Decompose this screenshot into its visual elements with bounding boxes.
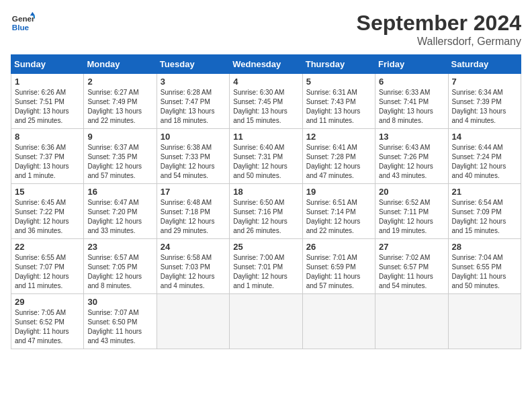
calendar-week-row: 29 Sunrise: 7:05 AM Sunset: 6:52 PM Dayl… [11, 294, 521, 349]
day-number: 19 [306, 187, 371, 197]
calendar-day-5: 5 Sunrise: 6:31 AM Sunset: 7:43 PM Dayli… [302, 74, 375, 129]
calendar-day-15: 15 Sunrise: 6:45 AM Sunset: 7:22 PM Dayl… [11, 184, 84, 239]
calendar-day-29: 29 Sunrise: 7:05 AM Sunset: 6:52 PM Dayl… [11, 294, 84, 349]
logo-icon: General Blue [11, 11, 35, 35]
calendar-empty-cell [448, 294, 521, 349]
day-info: Sunrise: 6:34 AM Sunset: 7:39 PM Dayligh… [452, 88, 517, 126]
day-info: Sunrise: 6:40 AM Sunset: 7:31 PM Dayligh… [233, 143, 298, 181]
day-number: 21 [452, 187, 517, 197]
day-number: 3 [161, 77, 226, 87]
day-info: Sunrise: 6:54 AM Sunset: 7:09 PM Dayligh… [452, 198, 517, 236]
calendar-empty-cell [302, 294, 375, 349]
calendar-empty-cell [375, 294, 448, 349]
day-number: 6 [379, 77, 444, 87]
day-number: 16 [87, 187, 152, 197]
calendar-week-row: 1 Sunrise: 6:26 AM Sunset: 7:51 PM Dayli… [11, 74, 521, 129]
day-number: 5 [306, 77, 371, 87]
day-info: Sunrise: 6:45 AM Sunset: 7:22 PM Dayligh… [15, 198, 80, 236]
day-number: 18 [233, 187, 298, 197]
day-number: 10 [161, 132, 226, 142]
day-info: Sunrise: 6:51 AM Sunset: 7:14 PM Dayligh… [306, 198, 371, 236]
calendar-header-row: Sunday Monday Tuesday Wednesday Thursday… [11, 55, 521, 74]
day-number: 4 [233, 77, 298, 87]
day-info: Sunrise: 6:28 AM Sunset: 7:47 PM Dayligh… [161, 88, 226, 126]
day-number: 11 [233, 132, 298, 142]
day-number: 29 [15, 297, 80, 307]
day-info: Sunrise: 6:57 AM Sunset: 7:05 PM Dayligh… [87, 253, 152, 291]
calendar-day-27: 27 Sunrise: 7:02 AM Sunset: 6:57 PM Dayl… [375, 239, 448, 294]
day-number: 12 [306, 132, 371, 142]
day-number: 28 [452, 242, 517, 252]
col-saturday: Saturday [448, 55, 521, 74]
day-info: Sunrise: 6:33 AM Sunset: 7:41 PM Dayligh… [379, 88, 444, 126]
day-info: Sunrise: 7:00 AM Sunset: 7:01 PM Dayligh… [233, 253, 298, 291]
day-info: Sunrise: 6:44 AM Sunset: 7:24 PM Dayligh… [452, 143, 517, 181]
day-number: 24 [161, 242, 226, 252]
calendar-day-20: 20 Sunrise: 6:52 AM Sunset: 7:11 PM Dayl… [375, 184, 448, 239]
title-area: September 2024 Wallersdorf, Germany [357, 11, 521, 48]
day-number: 23 [87, 242, 152, 252]
month-title: September 2024 [357, 11, 521, 36]
calendar-day-16: 16 Sunrise: 6:47 AM Sunset: 7:20 PM Dayl… [84, 184, 157, 239]
day-info: Sunrise: 6:47 AM Sunset: 7:20 PM Dayligh… [87, 198, 152, 236]
day-info: Sunrise: 6:48 AM Sunset: 7:18 PM Dayligh… [161, 198, 226, 236]
day-info: Sunrise: 6:38 AM Sunset: 7:33 PM Dayligh… [161, 143, 226, 181]
day-info: Sunrise: 7:05 AM Sunset: 6:52 PM Dayligh… [15, 308, 80, 346]
day-number: 13 [379, 132, 444, 142]
day-number: 9 [87, 132, 152, 142]
calendar-day-28: 28 Sunrise: 7:04 AM Sunset: 6:55 PM Dayl… [448, 239, 521, 294]
day-info: Sunrise: 7:02 AM Sunset: 6:57 PM Dayligh… [379, 253, 444, 291]
calendar-day-10: 10 Sunrise: 6:38 AM Sunset: 7:33 PM Dayl… [157, 129, 229, 184]
calendar-day-25: 25 Sunrise: 7:00 AM Sunset: 7:01 PM Dayl… [230, 239, 302, 294]
calendar-day-3: 3 Sunrise: 6:28 AM Sunset: 7:47 PM Dayli… [157, 74, 229, 129]
logo: General Blue [11, 11, 35, 35]
day-info: Sunrise: 6:58 AM Sunset: 7:03 PM Dayligh… [161, 253, 226, 291]
day-number: 7 [452, 77, 517, 87]
calendar-day-14: 14 Sunrise: 6:44 AM Sunset: 7:24 PM Dayl… [448, 129, 521, 184]
day-number: 27 [379, 242, 444, 252]
calendar-day-7: 7 Sunrise: 6:34 AM Sunset: 7:39 PM Dayli… [448, 74, 521, 129]
calendar-day-8: 8 Sunrise: 6:36 AM Sunset: 7:37 PM Dayli… [11, 129, 84, 184]
calendar-empty-cell [157, 294, 229, 349]
day-info: Sunrise: 6:43 AM Sunset: 7:26 PM Dayligh… [379, 143, 444, 181]
page-header: General Blue September 2024 Wallersdorf,… [11, 11, 521, 48]
day-info: Sunrise: 7:04 AM Sunset: 6:55 PM Dayligh… [452, 253, 517, 291]
col-wednesday: Wednesday [230, 55, 302, 74]
day-info: Sunrise: 6:27 AM Sunset: 7:49 PM Dayligh… [87, 88, 152, 126]
calendar-day-4: 4 Sunrise: 6:30 AM Sunset: 7:45 PM Dayli… [230, 74, 302, 129]
day-number: 17 [161, 187, 226, 197]
col-thursday: Thursday [302, 55, 375, 74]
calendar-day-30: 30 Sunrise: 7:07 AM Sunset: 6:50 PM Dayl… [84, 294, 157, 349]
calendar-day-22: 22 Sunrise: 6:55 AM Sunset: 7:07 PM Dayl… [11, 239, 84, 294]
day-info: Sunrise: 6:50 AM Sunset: 7:16 PM Dayligh… [233, 198, 298, 236]
calendar-day-18: 18 Sunrise: 6:50 AM Sunset: 7:16 PM Dayl… [230, 184, 302, 239]
day-info: Sunrise: 7:07 AM Sunset: 6:50 PM Dayligh… [87, 308, 152, 346]
calendar-day-6: 6 Sunrise: 6:33 AM Sunset: 7:41 PM Dayli… [375, 74, 448, 129]
day-info: Sunrise: 6:26 AM Sunset: 7:51 PM Dayligh… [15, 88, 80, 126]
day-info: Sunrise: 6:30 AM Sunset: 7:45 PM Dayligh… [233, 88, 298, 126]
day-info: Sunrise: 6:31 AM Sunset: 7:43 PM Dayligh… [306, 88, 371, 126]
day-number: 25 [233, 242, 298, 252]
day-info: Sunrise: 6:37 AM Sunset: 7:35 PM Dayligh… [87, 143, 152, 181]
day-number: 15 [15, 187, 80, 197]
calendar-day-13: 13 Sunrise: 6:43 AM Sunset: 7:26 PM Dayl… [375, 129, 448, 184]
day-number: 14 [452, 132, 517, 142]
day-info: Sunrise: 6:55 AM Sunset: 7:07 PM Dayligh… [15, 253, 80, 291]
calendar-day-19: 19 Sunrise: 6:51 AM Sunset: 7:14 PM Dayl… [302, 184, 375, 239]
day-number: 22 [15, 242, 80, 252]
calendar-week-row: 15 Sunrise: 6:45 AM Sunset: 7:22 PM Dayl… [11, 184, 521, 239]
calendar-day-17: 17 Sunrise: 6:48 AM Sunset: 7:18 PM Dayl… [157, 184, 229, 239]
calendar-day-12: 12 Sunrise: 6:41 AM Sunset: 7:28 PM Dayl… [302, 129, 375, 184]
calendar-table: Sunday Monday Tuesday Wednesday Thursday… [11, 54, 521, 349]
calendar-week-row: 22 Sunrise: 6:55 AM Sunset: 7:07 PM Dayl… [11, 239, 521, 294]
col-monday: Monday [84, 55, 157, 74]
calendar-day-2: 2 Sunrise: 6:27 AM Sunset: 7:49 PM Dayli… [84, 74, 157, 129]
day-number: 20 [379, 187, 444, 197]
calendar-week-row: 8 Sunrise: 6:36 AM Sunset: 7:37 PM Dayli… [11, 129, 521, 184]
calendar-day-9: 9 Sunrise: 6:37 AM Sunset: 7:35 PM Dayli… [84, 129, 157, 184]
calendar-day-23: 23 Sunrise: 6:57 AM Sunset: 7:05 PM Dayl… [84, 239, 157, 294]
calendar-day-24: 24 Sunrise: 6:58 AM Sunset: 7:03 PM Dayl… [157, 239, 229, 294]
col-sunday: Sunday [11, 55, 84, 74]
day-info: Sunrise: 6:41 AM Sunset: 7:28 PM Dayligh… [306, 143, 371, 181]
day-number: 30 [87, 297, 152, 307]
